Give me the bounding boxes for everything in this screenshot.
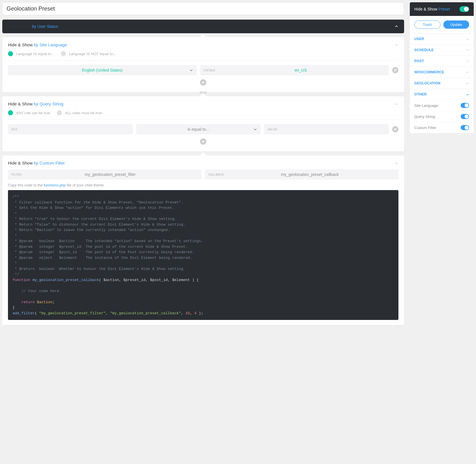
toggle-custom-filter[interactable]: Custom Filter <box>410 122 474 133</box>
query-string-toggle[interactable] <box>461 114 469 119</box>
connector-and: AND <box>2 92 404 97</box>
query-key-field[interactable]: KEY: <box>8 124 133 134</box>
toggle-query-string[interactable]: Query String <box>410 111 474 122</box>
chevron-down-icon[interactable] <box>394 102 398 106</box>
site-language-suffix: by Site Language <box>34 42 67 47</box>
chevron-down-icon[interactable] <box>394 161 398 165</box>
query-string-suffix: by Query String <box>34 101 63 106</box>
site-language-prefix: Hide & Show <box>8 42 33 47</box>
section-other[interactable]: OTHER <box>410 89 474 100</box>
user-status-prefix: Hide & Show <box>8 24 31 29</box>
preset-title-input[interactable] <box>2 2 404 15</box>
custom-filter-suffix: by Custom Filter <box>34 161 65 165</box>
remove-row-icon[interactable] <box>392 67 398 73</box>
add-row-icon[interactable] <box>200 79 206 86</box>
query-string-card: Hide & Show by Query String ANY rule can… <box>2 96 404 151</box>
query-string-prefix: Hide & Show <box>8 101 33 106</box>
update-button[interactable]: Update <box>443 20 469 29</box>
section-post[interactable]: POST <box>410 55 474 66</box>
custom-filter-card: Hide & Show by Custom Filter FILTER: my_… <box>2 155 404 325</box>
callback-name-field[interactable]: CALLBACK: my_geolocation_preset_callback <box>205 169 398 180</box>
any-rule-option[interactable]: ANY rule can be true <box>8 110 50 115</box>
section-geolocation[interactable]: GEOLOCATION <box>410 78 474 89</box>
query-value-field[interactable]: VALUE: <box>264 124 389 134</box>
chevron-down-icon <box>466 93 469 96</box>
code-sample: /** * Filter callback function for the H… <box>8 190 398 320</box>
connector-notch <box>2 33 404 38</box>
filter-name-field[interactable]: FILTER: my_geolocation_preset_filter <box>8 169 201 180</box>
chevron-down-icon <box>253 127 257 131</box>
language-select[interactable]: English (United States) <box>8 65 197 75</box>
section-user[interactable]: USER <box>410 33 474 44</box>
section-schedule[interactable]: SCHEDULE <box>410 44 474 55</box>
custom-filter-prefix: Hide & Show <box>8 161 33 165</box>
chevron-up-icon <box>466 82 469 85</box>
lang-is-not-equal-option[interactable]: Language IS NOT equal to... <box>61 51 116 56</box>
functions-php-link[interactable]: functions.php <box>44 183 66 187</box>
custom-filter-toggle[interactable] <box>461 125 469 130</box>
preset-enabled-toggle[interactable] <box>460 6 469 12</box>
locale-field[interactable]: LOCALE: en_US <box>200 65 389 75</box>
toggle-site-language[interactable]: Site Language <box>410 100 474 111</box>
chevron-down-icon[interactable] <box>394 43 398 47</box>
trash-button[interactable]: Trash <box>414 20 440 29</box>
user-status-header[interactable]: Hide & Show by User Status <box>2 20 404 33</box>
code-instruction: Copy this code to the functions.php file… <box>8 183 398 187</box>
sidebar-card: Hide & Show Preset Trash Update USER SCH… <box>410 2 474 133</box>
add-row-icon[interactable] <box>200 138 206 145</box>
all-rules-option[interactable]: ALL rules must be true <box>57 110 102 115</box>
query-operator-select[interactable]: is equal to... <box>136 124 261 134</box>
site-language-card: Hide & Show by Site Language Language IS… <box>2 37 404 92</box>
sidebar-title-suffix: Preset <box>438 7 450 11</box>
remove-row-icon[interactable] <box>392 126 398 132</box>
chevron-up-icon <box>466 48 469 52</box>
lang-is-equal-option[interactable]: Language IS equal to... <box>8 51 54 56</box>
chevron-up-icon <box>466 70 469 74</box>
chevron-up-icon <box>394 24 398 28</box>
user-status-suffix: by User Status <box>32 24 58 29</box>
chevron-up-icon <box>466 59 469 63</box>
site-language-toggle[interactable] <box>461 103 469 108</box>
chevron-down-icon <box>189 68 193 72</box>
sidebar-title-prefix: Hide & Show <box>414 7 437 11</box>
chevron-up-icon <box>466 37 469 41</box>
section-woocommerce[interactable]: WOOCOMMERCE <box>410 66 474 78</box>
connector-notch <box>2 151 404 156</box>
